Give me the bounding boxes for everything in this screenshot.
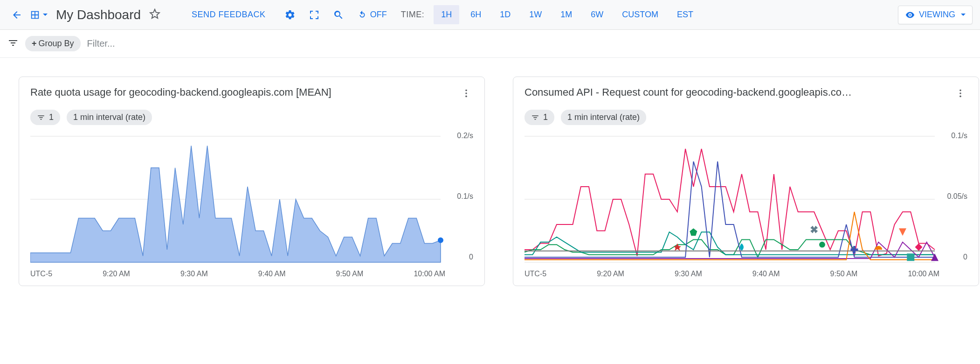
time-range-section: TIME: 1H 6H 1D 1W 1M 6W CUSTOM EST xyxy=(401,5,701,24)
settings-button[interactable] xyxy=(284,9,296,21)
refresh-icon xyxy=(357,10,367,20)
card-menu-button[interactable] xyxy=(459,86,473,102)
x-tick: 9:40 AM xyxy=(752,270,780,278)
svg-point-1 xyxy=(465,92,467,94)
group-by-label: Group By xyxy=(39,39,74,49)
y-tick: 0.1/s xyxy=(457,192,473,201)
time-range-1w[interactable]: 1W xyxy=(522,5,549,24)
time-range-6h[interactable]: 6H xyxy=(463,5,489,24)
x-tick: 10:00 AM xyxy=(414,270,445,278)
filter-count-chip[interactable]: 1 xyxy=(525,110,554,125)
time-label: TIME: xyxy=(401,10,425,20)
filter-list-icon xyxy=(7,37,19,49)
chart-card-request-count: Consumed API - Request count for geocodi… xyxy=(513,77,979,286)
back-button[interactable] xyxy=(7,6,26,24)
filter-input[interactable] xyxy=(87,38,227,49)
card-title: Consumed API - Request count for geocodi… xyxy=(525,86,852,98)
header-left: My Dashboard xyxy=(7,6,160,24)
svg-point-2 xyxy=(465,96,467,98)
svg-point-0 xyxy=(465,90,467,91)
x-tick: 9:50 AM xyxy=(336,270,364,278)
y-tick: 0.2/s xyxy=(457,132,473,140)
plus-icon: + xyxy=(32,39,37,49)
fullscreen-button[interactable] xyxy=(309,9,320,21)
gear-icon xyxy=(284,9,296,21)
chart-card-rate-quota: Rate quota usage for geocoding-backend.g… xyxy=(19,77,485,286)
filter-icon xyxy=(531,113,539,122)
filter-bar: + Group By xyxy=(0,30,980,58)
group-by-chip[interactable]: + Group By xyxy=(25,36,81,51)
svg-point-8 xyxy=(959,92,961,94)
x-axis-labels: UTC-5 9:20 AM 9:30 AM 9:40 AM 9:50 AM 10… xyxy=(30,270,473,278)
y-tick: 0.1/s xyxy=(951,132,967,140)
card-title: Rate quota usage for geocoding-backend.g… xyxy=(30,86,331,98)
page-title: My Dashboard xyxy=(56,7,141,22)
filter-count: 1 xyxy=(49,112,54,122)
card-menu-button[interactable] xyxy=(953,86,967,102)
dashboard-type-selector[interactable] xyxy=(30,10,48,20)
interval-label: 1 min interval (rate) xyxy=(567,112,640,122)
header: My Dashboard SEND FEEDBACK OFF TIME: 1H … xyxy=(0,0,980,30)
caret-down-icon xyxy=(961,14,966,16)
x-tick: UTC-5 xyxy=(525,270,546,278)
favorite-button[interactable] xyxy=(149,8,160,21)
toolbar-icons: OFF xyxy=(284,9,387,21)
fullscreen-icon xyxy=(309,9,320,21)
x-tick: 9:30 AM xyxy=(675,270,702,278)
x-axis-labels: UTC-5 9:20 AM 9:30 AM 9:40 AM 9:50 AM 10… xyxy=(525,270,967,278)
filter-count-chip[interactable]: 1 xyxy=(30,110,60,125)
search-button[interactable] xyxy=(333,9,344,21)
kebab-icon xyxy=(955,88,966,98)
search-icon xyxy=(333,9,344,21)
filter-count: 1 xyxy=(543,112,548,122)
interval-chip[interactable]: 1 min interval (rate) xyxy=(561,110,646,125)
svg-point-9 xyxy=(959,96,961,98)
eye-icon xyxy=(905,10,915,20)
timezone[interactable]: EST xyxy=(669,5,701,24)
chart-area: 0.2/s 0.1/s 0 xyxy=(30,132,473,267)
svg-point-13 xyxy=(819,242,825,248)
time-range-1d[interactable]: 1D xyxy=(492,5,518,24)
interval-label: 1 min interval (rate) xyxy=(73,112,145,122)
filter-icon-button[interactable] xyxy=(7,37,19,50)
time-range-custom[interactable]: CUSTOM xyxy=(614,5,666,24)
time-range-1m[interactable]: 1M xyxy=(553,5,580,24)
x-tick: 9:20 AM xyxy=(103,270,130,278)
viewing-label: VIEWING xyxy=(919,10,955,20)
caret-down-icon xyxy=(43,14,48,16)
y-tick: 0 xyxy=(963,253,967,261)
svg-point-6 xyxy=(438,238,443,243)
dashboard-icon xyxy=(30,10,40,20)
cards-row: Rate quota usage for geocoding-backend.g… xyxy=(0,58,980,305)
time-range-1h[interactable]: 1H xyxy=(434,5,459,24)
x-tick: 9:20 AM xyxy=(597,270,624,278)
kebab-icon xyxy=(461,88,471,98)
auto-refresh-toggle[interactable]: OFF xyxy=(357,10,387,20)
send-feedback-button[interactable]: SEND FEEDBACK xyxy=(182,10,275,20)
x-tick: UTC-5 xyxy=(30,270,52,278)
x-tick: 10:00 AM xyxy=(908,270,939,278)
refresh-off-label: OFF xyxy=(370,10,387,20)
time-range-6w[interactable]: 6W xyxy=(583,5,611,24)
interval-chip[interactable]: 1 min interval (rate) xyxy=(67,110,152,125)
chart-svg xyxy=(30,132,473,267)
viewing-mode-button[interactable]: VIEWING xyxy=(898,6,973,24)
y-tick: 0 xyxy=(469,253,473,261)
filter-icon xyxy=(37,113,45,122)
x-tick: 9:30 AM xyxy=(180,270,208,278)
star-icon xyxy=(149,8,160,20)
x-tick: 9:50 AM xyxy=(830,270,858,278)
x-tick: 9:40 AM xyxy=(258,270,286,278)
chart-svg xyxy=(525,132,967,267)
svg-point-7 xyxy=(959,90,961,91)
chart-area: 0.1/s 0.05/s 0 xyxy=(525,132,967,267)
y-tick: 0.05/s xyxy=(947,192,967,201)
